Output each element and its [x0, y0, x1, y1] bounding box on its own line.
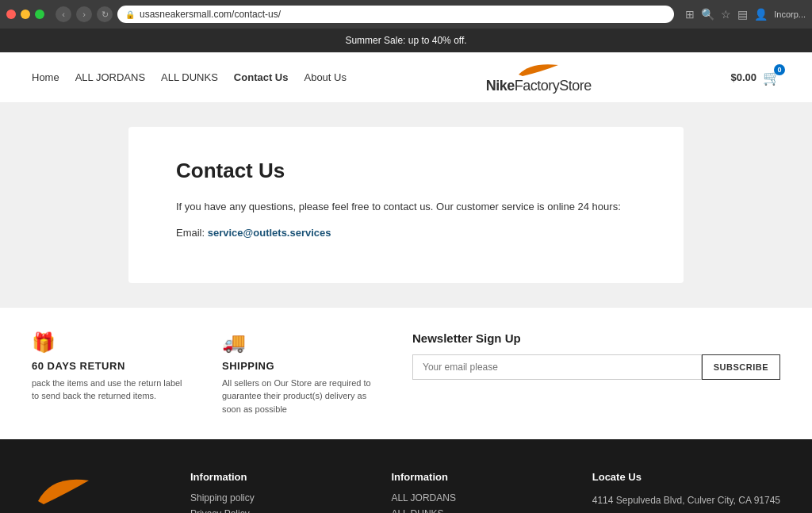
- feature-returns-title: 60 DAYS RETURN: [32, 360, 190, 372]
- account-icon[interactable]: 👤: [754, 8, 768, 21]
- email-label: Email: service@outlets.services: [176, 225, 636, 242]
- bookmark-icon[interactable]: ☆: [721, 8, 731, 21]
- lock-icon: 🔒: [125, 10, 135, 19]
- contact-email[interactable]: service@outlets.services: [208, 227, 331, 239]
- contact-description: If you have any questions, please feel f…: [176, 199, 636, 216]
- tabs-icon[interactable]: ⊞: [685, 8, 695, 21]
- footer-brand: usasneakersmall.com: [32, 471, 159, 513]
- browser-nav: ‹ › ↻: [56, 6, 113, 22]
- feature-returns: 🎁 60 DAYS RETURN pack the items and use …: [32, 331, 190, 403]
- maximize-btn[interactable]: [35, 10, 44, 19]
- site-header: Home ALL JORDANS ALL DUNKS Contact Us Ab…: [0, 52, 812, 103]
- footer-all-dunks[interactable]: ALL DUNKS: [391, 508, 560, 513]
- newsletter-form: SUBSCRIBE: [412, 354, 780, 380]
- close-btn[interactable]: [6, 10, 16, 19]
- feature-shipping-title: SHIPPING: [222, 360, 381, 372]
- sidebar-icon[interactable]: ▤: [737, 8, 748, 21]
- nav-jordans[interactable]: ALL JORDANS: [75, 71, 145, 83]
- features-section: 🎁 60 DAYS RETURN pack the items and use …: [0, 307, 812, 440]
- tab-label: Incorp...: [774, 10, 806, 19]
- feature-returns-desc: pack the items and use the return label …: [32, 377, 190, 403]
- promo-banner: Summer Sale: up to 40% off.: [0, 29, 812, 52]
- site-footer: usasneakersmall.com Information Shipping…: [0, 439, 812, 513]
- returns-icon: 🎁: [32, 331, 190, 354]
- logo-text: NikeFactoryStore: [486, 78, 592, 94]
- newsletter-section: Newsletter Sign Up SUBSCRIBE: [412, 331, 780, 380]
- nav-dunks[interactable]: ALL DUNKS: [161, 71, 218, 83]
- footer-info2-heading: Information: [391, 471, 560, 483]
- feature-shipping-desc: All sellers on Our Store are required to…: [222, 377, 381, 416]
- minimize-btn[interactable]: [21, 10, 30, 19]
- cart-badge: 0: [774, 64, 785, 75]
- footer-swoosh-icon: [32, 471, 95, 507]
- footer-info2: Information ALL JORDANS ALL DUNKS Contac…: [391, 471, 560, 513]
- footer-locate: Locate Us 4114 Sepulveda Blvd, Culver Ci…: [592, 471, 780, 513]
- footer-all-jordans[interactable]: ALL JORDANS: [391, 492, 560, 503]
- cart-price: $0.00: [730, 71, 756, 83]
- browser-chrome: ‹ › ↻ 🔒 usasneakersmall.com/contact-us/ …: [0, 0, 812, 29]
- search-icon[interactable]: 🔍: [701, 8, 714, 21]
- newsletter-title: Newsletter Sign Up: [412, 331, 780, 345]
- footer-info1-heading: Information: [190, 471, 359, 483]
- nike-swoosh-icon: [515, 60, 562, 78]
- back-button[interactable]: ‹: [56, 6, 71, 22]
- contact-card: Contact Us If you have any questions, pl…: [128, 127, 684, 283]
- contact-title: Contact Us: [176, 159, 636, 183]
- footer-locate-address: 4114 Sepulveda Blvd, Culver City, CA 917…: [592, 492, 780, 508]
- newsletter-email-input[interactable]: [412, 354, 702, 380]
- forward-button[interactable]: ›: [76, 6, 92, 22]
- cart-area: $0.00 🛒 0: [730, 69, 780, 86]
- footer-locate-heading: Locate Us: [592, 471, 780, 483]
- subscribe-button[interactable]: SUBSCRIBE: [702, 354, 780, 380]
- footer-info1: Information Shipping policy Privacy Poli…: [190, 471, 359, 513]
- refresh-button[interactable]: ↻: [97, 6, 113, 22]
- banner-text: Summer Sale: up to 40% off.: [345, 35, 466, 46]
- site-wrapper: Summer Sale: up to 40% off. Home ALL JOR…: [0, 29, 812, 513]
- address-bar[interactable]: 🔒 usasneakersmall.com/contact-us/: [117, 6, 674, 23]
- nav-home[interactable]: Home: [32, 71, 59, 83]
- main-content: Contact Us If you have any questions, pl…: [0, 103, 812, 307]
- nav-about[interactable]: About Us: [304, 71, 346, 83]
- shipping-icon: 🚚: [222, 331, 381, 354]
- cart-icon[interactable]: 🛒 0: [763, 69, 780, 86]
- nav-contact[interactable]: Contact Us: [234, 71, 289, 83]
- footer-nike-logo: [32, 471, 159, 512]
- footer-shipping-policy[interactable]: Shipping policy: [190, 492, 359, 503]
- feature-shipping: 🚚 SHIPPING All sellers on Our Store are …: [222, 331, 381, 416]
- site-logo: NikeFactoryStore: [486, 60, 592, 94]
- url-text: usasneakersmall.com/contact-us/: [140, 9, 281, 20]
- footer-privacy-policy[interactable]: Privacy Policy: [190, 508, 359, 513]
- main-nav: Home ALL JORDANS ALL DUNKS Contact Us Ab…: [32, 71, 347, 83]
- browser-actions: ⊞ 🔍 ☆ ▤ 👤 Incorp...: [685, 8, 806, 21]
